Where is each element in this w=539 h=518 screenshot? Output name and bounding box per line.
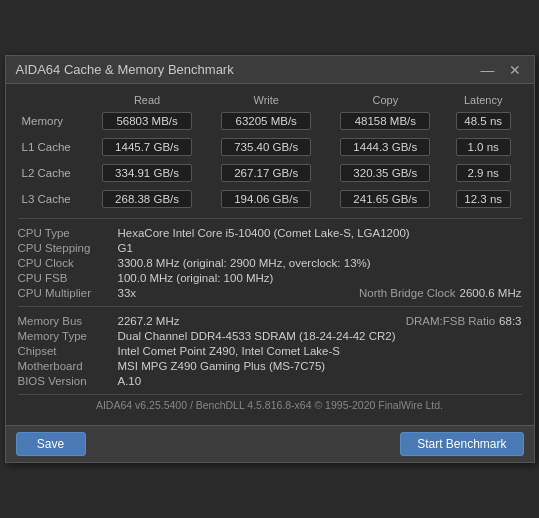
chipset-value: Intel Comet Point Z490, Intel Comet Lake… <box>118 345 522 357</box>
main-content: Read Write Copy Latency Memory56803 MB/s… <box>6 84 534 425</box>
close-button[interactable]: ✕ <box>506 63 524 77</box>
cpu-multiplier-label: CPU Multiplier <box>18 287 118 299</box>
cpu-fsb-label: CPU FSB <box>18 272 118 284</box>
motherboard-label: Motherboard <box>18 360 118 372</box>
footer-text: AIDA64 v6.25.5400 / BenchDLL 4.5.816.8-x… <box>18 394 522 417</box>
row-write: 267.17 GB/s <box>207 162 326 184</box>
dram-fsb-right: DRAM:FSB Ratio 68:3 <box>406 315 522 327</box>
row-copy: 320.35 GB/s <box>326 162 445 184</box>
cpu-fsb-value: 100.0 MHz (original: 100 MHz) <box>118 272 522 284</box>
col-label-header <box>18 92 88 110</box>
table-row: L2 Cache334.91 GB/s267.17 GB/s320.35 GB/… <box>18 162 522 184</box>
motherboard-row: Motherboard MSI MPG Z490 Gaming Plus (MS… <box>18 358 522 373</box>
motherboard-value: MSI MPG Z490 Gaming Plus (MS-7C75) <box>118 360 522 372</box>
table-row: Memory56803 MB/s63205 MB/s48158 MB/s48.5… <box>18 110 522 132</box>
benchmark-table: Read Write Copy Latency Memory56803 MB/s… <box>18 92 522 210</box>
cpu-stepping-value: G1 <box>118 242 522 254</box>
col-copy-header: Copy <box>326 92 445 110</box>
cpu-info-section: CPU Type HexaCore Intel Core i5-10400 (C… <box>18 225 522 300</box>
north-bridge-right: North Bridge Clock 2600.6 MHz <box>359 287 522 299</box>
window-title: AIDA64 Cache & Memory Benchmark <box>16 62 234 77</box>
row-read: 334.91 GB/s <box>88 162 207 184</box>
row-write: 63205 MB/s <box>207 110 326 132</box>
memory-type-row: Memory Type Dual Channel DDR4-4533 SDRAM… <box>18 328 522 343</box>
dram-fsb-label: DRAM:FSB Ratio <box>406 315 495 327</box>
row-label: L1 Cache <box>18 136 88 158</box>
cpu-clock-label: CPU Clock <box>18 257 118 269</box>
row-write: 194.06 GB/s <box>207 188 326 210</box>
north-bridge-label: North Bridge Clock <box>359 287 456 299</box>
row-label: Memory <box>18 110 88 132</box>
memory-bus-label: Memory Bus <box>18 315 118 327</box>
row-read: 56803 MB/s <box>88 110 207 132</box>
cpu-multiplier-row: CPU Multiplier 33x North Bridge Clock 26… <box>18 285 522 300</box>
save-button[interactable]: Save <box>16 432 86 456</box>
cpu-clock-row: CPU Clock 3300.8 MHz (original: 2900 MHz… <box>18 255 522 270</box>
row-label: L2 Cache <box>18 162 88 184</box>
table-row: L1 Cache1445.7 GB/s735.40 GB/s1444.3 GB/… <box>18 136 522 158</box>
col-latency-header: Latency <box>445 92 522 110</box>
row-read: 268.38 GB/s <box>88 188 207 210</box>
memory-type-value: Dual Channel DDR4-4533 SDRAM (18-24-24-4… <box>118 330 522 342</box>
row-latency: 2.9 ns <box>445 162 522 184</box>
row-label: L3 Cache <box>18 188 88 210</box>
start-benchmark-button[interactable]: Start Benchmark <box>400 432 523 456</box>
table-row: L3 Cache268.38 GB/s194.06 GB/s241.65 GB/… <box>18 188 522 210</box>
cpu-multiplier-left: CPU Multiplier 33x <box>18 287 359 299</box>
row-copy: 48158 MB/s <box>326 110 445 132</box>
col-read-header: Read <box>88 92 207 110</box>
title-bar: AIDA64 Cache & Memory Benchmark — ✕ <box>6 56 534 84</box>
row-copy: 241.65 GB/s <box>326 188 445 210</box>
memory-bus-left: Memory Bus 2267.2 MHz <box>18 315 406 327</box>
memory-bus-row: Memory Bus 2267.2 MHz DRAM:FSB Ratio 68:… <box>18 313 522 328</box>
bios-row: BIOS Version A.10 <box>18 373 522 388</box>
cpu-fsb-row: CPU FSB 100.0 MHz (original: 100 MHz) <box>18 270 522 285</box>
cpu-type-value: HexaCore Intel Core i5-10400 (Comet Lake… <box>118 227 522 239</box>
memory-bus-value: 2267.2 MHz <box>118 315 180 327</box>
cpu-stepping-label: CPU Stepping <box>18 242 118 254</box>
cpu-type-label: CPU Type <box>18 227 118 239</box>
memory-type-label: Memory Type <box>18 330 118 342</box>
bios-label: BIOS Version <box>18 375 118 387</box>
row-write: 735.40 GB/s <box>207 136 326 158</box>
cpu-multiplier-value: 33x <box>118 287 137 299</box>
chipset-label: Chipset <box>18 345 118 357</box>
row-latency: 12.3 ns <box>445 188 522 210</box>
section-divider-1 <box>18 218 522 219</box>
cpu-clock-value: 3300.8 MHz (original: 2900 MHz, overcloc… <box>118 257 522 269</box>
col-write-header: Write <box>207 92 326 110</box>
main-window: AIDA64 Cache & Memory Benchmark — ✕ Read… <box>5 55 535 463</box>
chipset-row: Chipset Intel Comet Point Z490, Intel Co… <box>18 343 522 358</box>
row-latency: 1.0 ns <box>445 136 522 158</box>
row-copy: 1444.3 GB/s <box>326 136 445 158</box>
title-controls: — ✕ <box>478 63 524 77</box>
bottom-bar: Save Start Benchmark <box>6 425 534 462</box>
section-divider-2 <box>18 306 522 307</box>
bios-value: A.10 <box>118 375 522 387</box>
row-read: 1445.7 GB/s <box>88 136 207 158</box>
dram-fsb-value: 68:3 <box>499 315 521 327</box>
row-latency: 48.5 ns <box>445 110 522 132</box>
cpu-type-row: CPU Type HexaCore Intel Core i5-10400 (C… <box>18 225 522 240</box>
memory-info-section: Memory Bus 2267.2 MHz DRAM:FSB Ratio 68:… <box>18 313 522 388</box>
north-bridge-value: 2600.6 MHz <box>459 287 521 299</box>
cpu-stepping-row: CPU Stepping G1 <box>18 240 522 255</box>
minimize-button[interactable]: — <box>478 63 498 77</box>
